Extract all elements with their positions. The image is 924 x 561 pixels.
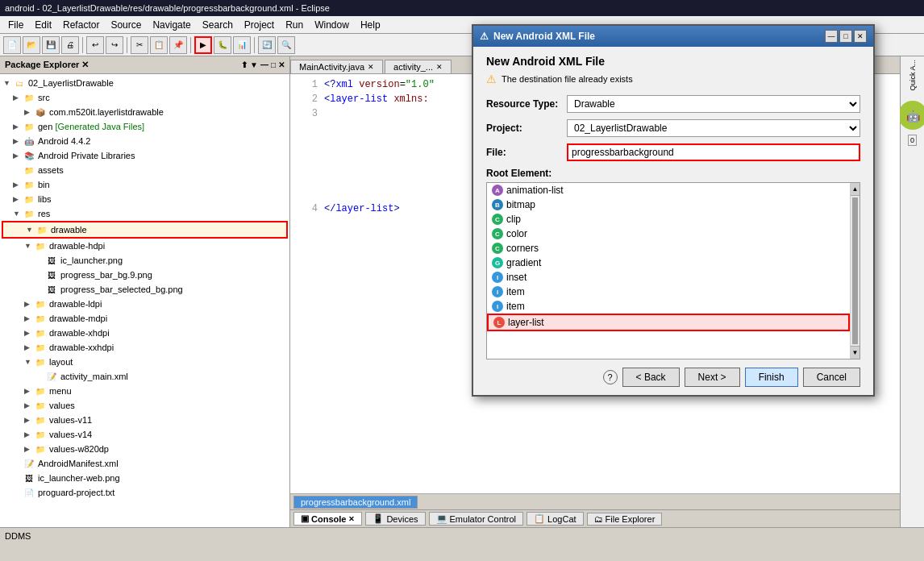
tree-item-values-w820dp[interactable]: ▶ 📁 values-w820dp [2, 442, 288, 456]
tree-item-com[interactable]: ▶ 📦 com.m520it.layerlistdrawable [2, 105, 288, 119]
help-button[interactable]: ? [603, 370, 618, 384]
tree-item-menu[interactable]: ▶ 📁 menu [2, 384, 288, 398]
menu-window[interactable]: Window [310, 18, 354, 32]
next-button[interactable]: Next > [685, 368, 740, 387]
toolbar-undo[interactable]: ↩ [86, 36, 104, 54]
tree-item-progress-bar-sel[interactable]: 🖼 progress_bar_selected_bg.png [2, 282, 288, 297]
tree-item-drawable-ldpi[interactable]: ▶ 📁 drawable-ldpi [2, 297, 288, 311]
tree-item-drawable-xhdpi[interactable]: ▶ 📁 drawable-xhdpi [2, 326, 288, 340]
menu-run[interactable]: Run [281, 18, 308, 32]
dialog-minimize-btn[interactable]: — [825, 30, 838, 43]
menu-refactor[interactable]: Refactor [58, 18, 104, 32]
menu-icon[interactable]: ▼ [250, 60, 258, 69]
toolbar-debug[interactable]: 🐛 [214, 36, 231, 54]
toolbar-open[interactable]: 📂 [23, 36, 40, 54]
tab-activity[interactable]: activity_... ✕ [385, 60, 452, 73]
maximize-icon[interactable]: □ [271, 60, 276, 69]
project-select[interactable]: 02_LayerlistDrawable [567, 119, 860, 137]
list-item-inset[interactable]: I inset [487, 270, 850, 285]
tree-item-progress-bar-bg[interactable]: 🖼 progress_bar_bg.9.png [2, 268, 288, 282]
list-item-color[interactable]: C color [487, 226, 850, 241]
tree-label: activity_main.xml [60, 372, 128, 381]
list-item-item2[interactable]: I item [487, 299, 850, 314]
tab-close[interactable]: ✕ [436, 63, 443, 71]
tree-item-drawable[interactable]: ▼ 📁 drawable [2, 221, 288, 239]
toolbar-search[interactable]: 🔍 [277, 36, 295, 54]
menu-source[interactable]: Source [106, 18, 146, 32]
close-icon[interactable]: ✕ [278, 60, 285, 69]
tree-item-bin[interactable]: ▶ 📁 bin [2, 177, 288, 192]
tree-item-private[interactable]: ▶ 📚 Android Private Libraries [2, 148, 288, 163]
tab-close-icon[interactable]: ✕ [348, 515, 355, 523]
dialog-close-btn[interactable]: ✕ [854, 30, 867, 43]
list-item-bitmap[interactable]: B bitmap [487, 197, 850, 212]
file-tab-progressbar[interactable]: progressbarbackground.xml [293, 496, 418, 509]
toolbar-new[interactable]: 📄 [3, 36, 21, 54]
toolbar-save[interactable]: 💾 [42, 36, 60, 54]
toolbar-copy[interactable]: 📋 [150, 36, 168, 54]
tree-item-drawable-hdpi[interactable]: ▼ 📁 drawable-hdpi [2, 239, 288, 253]
tree-item-src[interactable]: ▶ 📁 src [2, 90, 288, 105]
bottom-tab-console[interactable]: ▣ Console ✕ [293, 512, 362, 526]
menu-help[interactable]: Help [356, 18, 385, 32]
list-item-item1[interactable]: I item [487, 285, 850, 299]
menu-edit[interactable]: Edit [30, 18, 56, 32]
list-item-gradient[interactable]: G gradient [487, 256, 850, 270]
minimize-icon[interactable]: — [260, 60, 268, 69]
arrow-icon: ▶ [24, 387, 34, 395]
toolbar-run[interactable]: ▶ [194, 36, 212, 54]
tree-item-layout[interactable]: ▼ 📁 layout [2, 355, 288, 369]
file-input[interactable] [567, 143, 860, 161]
tree-item-proguard[interactable]: 📄 proguard-project.txt [2, 485, 288, 500]
toolbar-profile[interactable]: 📊 [233, 36, 251, 54]
scroll-thumb[interactable] [852, 197, 858, 344]
line-num: 2 [293, 92, 318, 106]
tree-item-manifest[interactable]: 📝 AndroidManifest.xml [2, 456, 288, 471]
tree-item-android[interactable]: ▶ 🤖 Android 4.4.2 [2, 134, 288, 148]
toolbar-paste[interactable]: 📌 [169, 36, 187, 54]
tree-item-assets[interactable]: 📁 assets [2, 163, 288, 177]
cancel-button[interactable]: Cancel [803, 368, 860, 387]
list-item-animation-list[interactable]: A animation-list [487, 183, 850, 197]
project-label: Project: [486, 123, 567, 134]
tree-item-gen[interactable]: ▶ 📁 gen [Generated Java Files] [2, 119, 288, 134]
list-item-layer-list[interactable]: L layer-list [487, 314, 850, 331]
dialog-maximize-btn[interactable]: □ [839, 30, 852, 43]
menu-file[interactable]: File [3, 18, 28, 32]
toolbar-redo[interactable]: ↪ [106, 36, 123, 54]
tree-item-drawable-mdpi[interactable]: ▶ 📁 drawable-mdpi [2, 311, 288, 326]
bottom-tab-devices[interactable]: 📱 Devices [365, 512, 425, 526]
toolbar-cut[interactable]: ✂ [131, 36, 148, 54]
tree-item-ic-launcher[interactable]: 🖼 ic_launcher.png [2, 253, 288, 268]
tree-item-root[interactable]: ▼ 🗂 02_LayerlistDrawable [2, 76, 288, 90]
list-item-corners[interactable]: C corners [487, 241, 850, 256]
scroll-down-btn[interactable]: ▼ [851, 346, 859, 359]
resource-type-select[interactable]: Drawable [567, 95, 860, 113]
menu-navigate[interactable]: Navigate [148, 18, 195, 32]
tree-item-values-v14[interactable]: ▶ 📁 values-v14 [2, 427, 288, 442]
tree-item-res[interactable]: ▼ 📁 res [2, 206, 288, 221]
menu-project[interactable]: Project [239, 18, 279, 32]
finish-button[interactable]: Finish [745, 368, 798, 387]
tree-item-values-v11[interactable]: ▶ 📁 values-v11 [2, 413, 288, 427]
tree-item-activity-main[interactable]: 📝 activity_main.xml [2, 369, 288, 384]
list-items-scroll[interactable]: A animation-list B bitmap C clip C color [487, 183, 850, 359]
folder-icon: 📁 [34, 312, 47, 325]
tree-label: values-v11 [49, 415, 92, 425]
tab-mainactivity[interactable]: MainActivity.java ✕ [290, 60, 383, 73]
tree-item-ic-launcher-web[interactable]: 🖼 ic_launcher-web.png [2, 471, 288, 485]
bottom-tab-logcat[interactable]: 📋 LogCat [527, 512, 583, 526]
toolbar-refresh[interactable]: 🔄 [258, 36, 276, 54]
tab-close[interactable]: ✕ [368, 63, 374, 71]
back-button[interactable]: < Back [622, 368, 680, 387]
bottom-tab-fileexplorer[interactable]: 🗂 File Explorer [587, 513, 663, 526]
tree-item-values[interactable]: ▶ 📁 values [2, 398, 288, 413]
bottom-tab-emulator[interactable]: 💻 Emulator Control [429, 512, 524, 526]
list-item-clip[interactable]: C clip [487, 212, 850, 226]
tree-item-libs[interactable]: ▶ 📁 libs [2, 192, 288, 206]
collapse-icon[interactable]: ⬆ [241, 60, 248, 69]
scroll-up-btn[interactable]: ▲ [851, 183, 859, 196]
menu-search[interactable]: Search [198, 18, 238, 32]
tree-item-drawable-xxhdpi[interactable]: ▶ 📁 drawable-xxhdpi [2, 340, 288, 355]
toolbar-print[interactable]: 🖨 [61, 36, 79, 54]
